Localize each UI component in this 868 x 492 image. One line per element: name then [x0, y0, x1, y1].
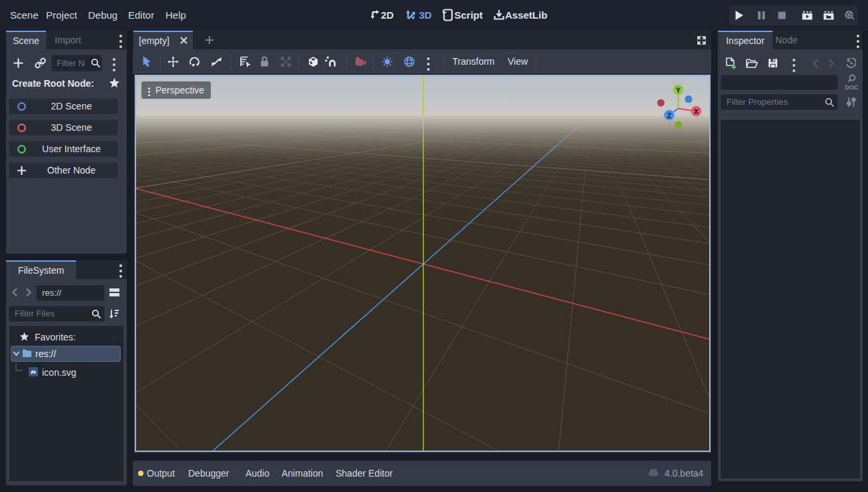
svg-text:X: X — [694, 107, 699, 115]
svg-text:DOC: DOC — [845, 84, 859, 91]
svg-text:Y: Y — [676, 86, 681, 94]
svg-text:Z: Z — [667, 111, 672, 119]
